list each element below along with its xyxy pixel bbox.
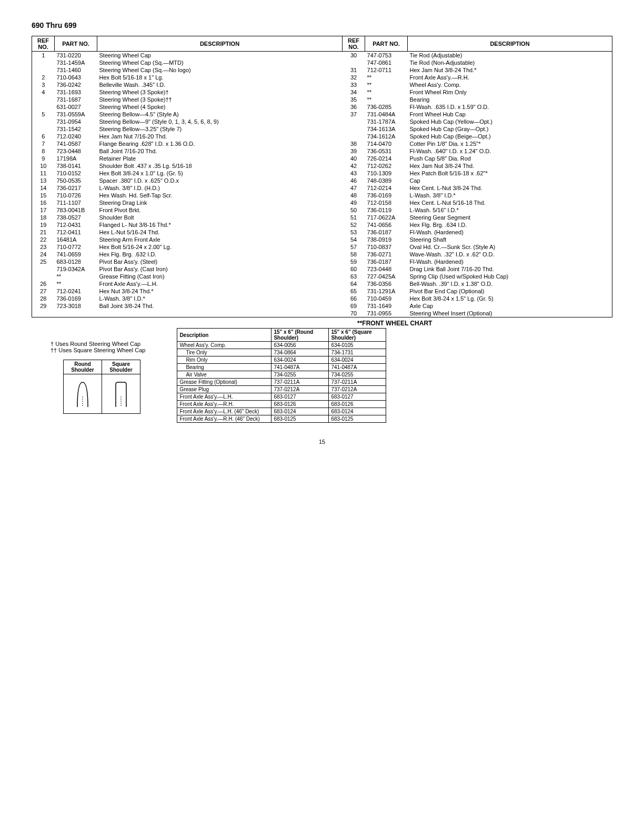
table-cell-ref: 24 [32,251,55,258]
table-cell-part: 683-0128 [55,258,97,265]
header-part-right: PART NO. [365,36,408,52]
wheel-row-desc: Grease Plug [177,386,271,393]
page-title: 690 Thru 699 [32,21,612,29]
table-cell-ref [32,96,55,103]
table-cell-desc: Cotter Pin 1/8" Dia. x 1.25"* [408,140,612,147]
table-cell-ref: 53 [343,229,365,236]
table-cell-part: 736-0242 [55,81,97,88]
table-cell-ref: 19 [32,221,55,229]
table-cell-part: 736-0119 [365,206,408,214]
table-cell-part: ** [55,280,97,287]
table-cell-ref: 64 [343,280,365,287]
table-cell-ref: 39 [343,147,365,155]
table-cell-part: 736-0531 [365,147,408,155]
table-cell-desc: Hex L-Nut 5/16-24 Thd. [97,229,343,236]
table-cell-part: 710-1309 [365,170,408,177]
table-cell-ref: 31 [343,66,365,74]
table-cell-part: 736-0217 [55,184,97,192]
table-cell-ref [343,59,365,66]
table-cell-desc: Hex Cent. L-Nut 3/8-24 Thd. [408,184,612,192]
table-cell-desc: Steering Bellow—4.5" (Style A) [97,111,343,118]
table-cell-part: 710-0726 [55,192,97,199]
square-shoulder-label: Square Shoulder [102,360,140,374]
table-cell-desc: Spacer .380" I.D. x .625" O.D.x [97,177,343,184]
table-cell-desc: Steering Bellow—9" (Style 0, 1, 3, 4, 5,… [97,118,343,125]
table-cell-part: 710-0459 [365,295,408,302]
wheel-row-desc: Front Axle Ass'y.—R.H. (46" Deck) [177,415,271,423]
table-cell-part: 736-0285 [365,103,408,111]
wheel-row-desc: Bearing [177,364,271,371]
table-cell-ref: 3 [32,81,55,88]
table-cell-ref: 9 [32,155,55,162]
table-cell-desc: Shoulder Bolt [97,214,343,221]
table-cell-desc: L-Wash. 3/8" I.D. (H.D.) [97,184,343,192]
table-cell-ref: 58 [343,251,365,258]
table-cell-ref: 60 [343,265,365,273]
table-cell-ref: 51 [343,214,365,221]
table-cell-ref [32,265,55,273]
table-cell-ref: 36 [343,103,365,111]
table-cell-desc: Ball Joint 3/8-24 Thd. [97,302,343,310]
table-cell-ref [32,66,55,74]
table-cell-ref: 18 [32,214,55,221]
wheel-row-desc: Air Valve [177,371,271,379]
table-cell-desc: Belleville Wash. .345" I.D. [97,81,343,88]
wheel-row-c2: 737-0212A [329,386,386,393]
table-cell-part: 734-1612A [365,133,408,140]
footnotes: † Uses Round Steering Wheel Cap †† Uses … [51,341,145,353]
wheel-row-desc: Front Axle Ass'y.—L.H. (46" Deck) [177,408,271,415]
table-cell-ref: 69 [343,302,365,310]
table-cell-ref: 29 [32,302,55,310]
table-cell-part: 723-0448 [365,265,408,273]
table-cell-part: 738-0527 [55,214,97,221]
table-cell-ref: 11 [32,170,55,177]
table-cell-ref: 70 [343,310,365,317]
table-cell-part: 712-0241 [55,287,97,295]
wheel-header-col2: 15" x 6" (Square Shoulder) [329,329,386,342]
table-cell-ref: 13 [32,177,55,184]
table-cell-desc: Steering Wheel Cap (Sq.—MTD) [97,59,343,66]
table-cell-desc: Steering Bellow—3.25" (Style 7) [97,125,343,133]
footnote-double-dagger: †† Uses Square Steering Wheel Cap [51,347,145,353]
table-cell-desc: Grease Fitting (Cast Iron) [97,273,343,280]
table-cell-part: 738-0919 [365,236,408,243]
table-cell-part: ** [365,96,408,103]
table-cell-part: 710-0152 [55,170,97,177]
table-cell-ref: 1 [32,52,55,59]
table-cell-part: 747-0861 [365,59,408,66]
table-cell-part: 714-0470 [365,140,408,147]
table-cell-part: ** [365,74,408,81]
table-cell-desc: Hex Jam Nut 3/8-24 Thd.* [408,66,612,74]
page-number: 15 [32,439,612,445]
table-cell-desc: Steering Arm Front Axle [97,236,343,243]
table-cell-ref: 54 [343,236,365,243]
table-cell-ref: 6 [32,133,55,140]
wheel-row-c1: 737-0211A [271,379,329,386]
table-cell-part: 736-0169 [365,192,408,199]
table-cell-ref: 22 [32,236,55,243]
wheel-row-c2: 683-0124 [329,408,386,415]
table-cell-desc: Spoked Hub Cap (Gray—Opt.) [408,125,612,133]
footnote-single-dagger: † Uses Round Steering Wheel Cap [51,341,145,347]
wheel-row-desc: Wheel Ass'y. Comp. [177,342,271,349]
table-cell-part: 748-0389 [365,177,408,184]
table-cell-part: 731-0220 [55,52,97,59]
wheel-row-c1: 737-0212A [271,386,329,393]
table-cell-desc: Retainer Plate [97,155,343,162]
table-cell-part: 731-0955 [365,310,408,317]
table-cell-part: 710-0772 [55,243,97,251]
table-cell-desc: Hex Flg. Brg. .634 I.D. [408,221,612,229]
table-cell-desc: Fl-Wash. (Hardened) [408,258,612,265]
table-cell-desc: Flange Bearing .628" I.D. x 1.36 O.D. [97,140,343,147]
wheel-row-c1: 634-0056 [271,342,329,349]
table-cell-ref: 43 [343,170,365,177]
table-cell-desc: Steering Wheel (4 Spoke) [97,103,343,111]
wheel-row-c2: 734-0255 [329,371,386,379]
table-cell-ref: 30 [343,52,365,59]
table-cell-desc: Spoked Hub Cap (Yellow—Opt.) [408,118,612,125]
wheel-row-c2: 741-0487A [329,364,386,371]
wheel-row-c2: 683-0127 [329,393,386,401]
table-cell-ref: 4 [32,88,55,96]
table-cell-desc: Fl-Wash. (Hardened) [408,229,612,236]
table-cell-part: 710-0643 [55,74,97,81]
